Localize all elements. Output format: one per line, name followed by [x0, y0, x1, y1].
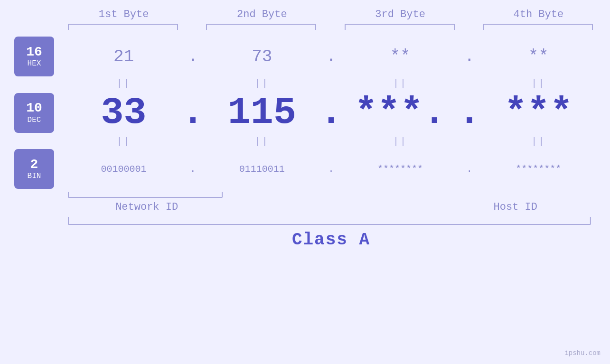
- eq2-3: ||: [343, 136, 458, 147]
- dec-val-1: 33: [66, 94, 181, 132]
- bottom-bracket-byte4: [435, 191, 596, 199]
- bin-dot-3: .: [458, 164, 481, 175]
- dec-dot-2: .: [319, 91, 343, 134]
- eq1-3: ||: [343, 78, 458, 89]
- class-bracket: [66, 216, 596, 226]
- hex-dot-1: .: [181, 47, 205, 66]
- bin-row: 2 BIN 00100001 . 01110011 . ******** . *…: [0, 147, 610, 189]
- bottom-bracket-byte1: [66, 191, 227, 199]
- equals-row-1: || || || ||: [0, 76, 610, 89]
- dec-row: 10 DEC 33 . 115 . ***. . ***: [0, 89, 610, 134]
- bin-badge: 2 BIN: [14, 149, 54, 189]
- eq2-4: ||: [481, 136, 596, 147]
- eq1-2: ||: [205, 78, 319, 89]
- dec-val-2: 115: [205, 94, 319, 132]
- byte-label-4: 4th Byte: [481, 9, 596, 20]
- bin-val-4: ********: [481, 164, 596, 175]
- bin-val-2: 01110011: [205, 164, 319, 175]
- hex-val-2: 73: [205, 47, 319, 66]
- dec-dot-3: .: [458, 91, 481, 134]
- host-id-spacer: [251, 201, 411, 213]
- bottom-bracket-byte3: [251, 191, 411, 199]
- id-labels-row: Network ID Host ID: [0, 199, 610, 213]
- eq2-1: ||: [66, 136, 181, 147]
- bracket-byte4: [481, 22, 596, 31]
- network-id-label: Network ID: [66, 201, 227, 213]
- byte-label-2: 2nd Byte: [205, 9, 319, 20]
- bin-dot-2: .: [319, 164, 343, 175]
- bracket-byte3: [343, 22, 458, 31]
- dec-val-4: ***: [481, 94, 596, 132]
- host-id-label: Host ID: [435, 201, 596, 213]
- hex-val-4: **: [481, 47, 596, 66]
- watermark: ipshu.com: [564, 349, 601, 357]
- class-bracket-row: [0, 213, 610, 226]
- bracket-byte1: [66, 22, 181, 31]
- eq1-4: ||: [481, 78, 596, 89]
- hex-dot-2: .: [319, 47, 343, 66]
- dec-badge: 10 DEC: [14, 93, 54, 133]
- bracket-byte2: [205, 22, 319, 31]
- bin-val-3: ********: [343, 164, 458, 175]
- hex-val-1: 21: [66, 47, 181, 66]
- hex-val-3: **: [343, 47, 458, 66]
- main-container: 1st Byte 2nd Byte 3rd Byte 4th Byte: [0, 0, 610, 364]
- hex-dot-3: .: [458, 47, 481, 66]
- hex-badge: 16 HEX: [14, 37, 54, 76]
- dec-dot-1: .: [181, 91, 205, 134]
- bin-dot-1: .: [181, 164, 205, 175]
- equals-row-2: || || || ||: [0, 134, 610, 147]
- byte-label-3: 3rd Byte: [343, 9, 458, 20]
- dec-badge-label: DEC: [28, 116, 41, 124]
- byte-label-1: 1st Byte: [66, 9, 181, 20]
- bin-badge-label: BIN: [28, 172, 41, 180]
- bin-badge-num: 2: [30, 158, 38, 172]
- dec-val-3: ***.: [343, 94, 458, 132]
- hex-badge-label: HEX: [28, 59, 41, 68]
- class-label: Class A: [66, 230, 596, 250]
- eq1-1: ||: [66, 78, 181, 89]
- top-brackets: [0, 20, 610, 31]
- header-row: 1st Byte 2nd Byte 3rd Byte 4th Byte: [0, 0, 610, 20]
- bin-val-1: 00100001: [66, 164, 181, 175]
- hex-badge-num: 16: [26, 45, 42, 60]
- class-label-row: Class A: [0, 226, 610, 250]
- hex-row: 16 HEX 21 . 73 . ** . **: [0, 31, 610, 76]
- dec-badge-num: 10: [26, 101, 42, 116]
- bottom-brackets-bin: [0, 189, 610, 199]
- eq2-2: ||: [205, 136, 319, 147]
